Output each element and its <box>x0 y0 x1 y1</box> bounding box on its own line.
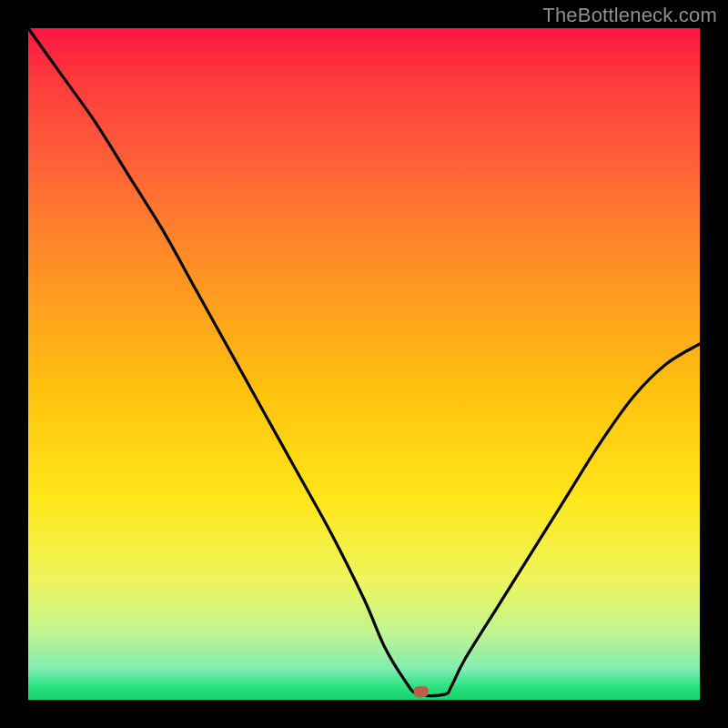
bottleneck-curve <box>28 28 700 696</box>
minimum-marker <box>414 686 429 697</box>
watermark-text: TheBottleneck.com <box>542 4 717 27</box>
chart-overlay <box>28 28 700 700</box>
chart-frame: TheBottleneck.com <box>0 0 728 728</box>
